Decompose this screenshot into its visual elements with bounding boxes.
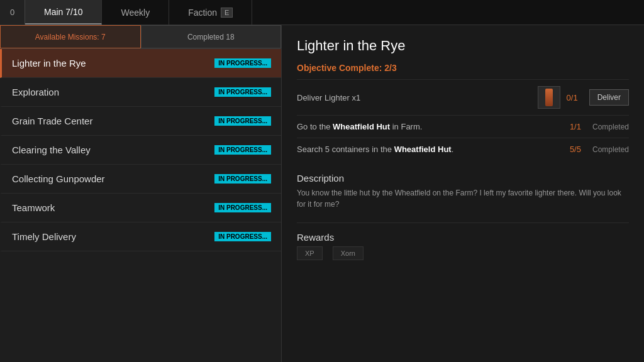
- mission-item[interactable]: Grain Trade Center In Progress...: [0, 107, 281, 136]
- obj2-before: Go to the: [297, 122, 333, 131]
- top-navigation: 0 Main 7/10 Weekly Faction E: [0, 0, 644, 25]
- objective-row: Deliver Lighter x1 0/1 Deliver: [297, 79, 629, 115]
- mission-name: Clearing the Valley: [12, 145, 91, 155]
- mission-item[interactable]: Teamwork In Progress...: [0, 194, 281, 222]
- mission-status-badge: In Progress...: [214, 174, 271, 184]
- description-section: Description You know the little hut by t…: [297, 173, 629, 210]
- mission-status-badge: In Progress...: [214, 58, 271, 68]
- mission-list: Lighter in the Rye In Progress... Explor…: [0, 49, 281, 362]
- filter-completed[interactable]: Completed 18: [141, 25, 282, 48]
- quest-title: Lighter in the Rye: [297, 38, 629, 54]
- mission-name: Teamwork: [12, 202, 55, 213]
- mission-item[interactable]: Clearing the Valley In Progress...: [0, 136, 281, 165]
- rewards-label: Rewards: [297, 232, 629, 243]
- main-layout: Available Missions: 7 Completed 18 Light…: [0, 25, 644, 362]
- item-icon: [538, 86, 560, 109]
- left-panel: Available Missions: 7 Completed 18 Light…: [0, 25, 282, 362]
- description-text: You know the little hut by the Wheatfiel…: [297, 187, 629, 210]
- mission-name: Collecting Gunpowder: [12, 173, 105, 184]
- objective-status: Completed: [592, 123, 629, 131]
- filter-completed-label: Completed 18: [187, 33, 235, 41]
- mission-item[interactable]: Collecting Gunpowder In Progress...: [0, 165, 281, 194]
- objective-progress: 1/1: [570, 122, 581, 131]
- mission-status-badge: In Progress...: [214, 87, 271, 97]
- deliver-button[interactable]: Deliver: [589, 89, 629, 106]
- obj3-bold: Wheatfield Hut: [394, 145, 452, 154]
- obj2-bold: Wheatfield Hut: [333, 122, 390, 131]
- mission-status-badge: In Progress...: [214, 116, 271, 126]
- filter-available[interactable]: Available Missions: 7: [0, 25, 141, 48]
- objective-progress: 0/1: [567, 93, 578, 102]
- mission-status-badge: In Progress...: [214, 203, 271, 212]
- faction-badge: E: [221, 8, 233, 18]
- objective-progress: 5/5: [570, 145, 581, 154]
- tab-faction-label: Faction: [188, 8, 217, 18]
- filter-available-label: Available Missions: 7: [35, 33, 106, 41]
- obj3-before: Search 5 containers in the: [297, 145, 394, 154]
- reward-xp: XP: [297, 246, 323, 260]
- objective-row: Search 5 containers in the Wheatfield Hu…: [297, 138, 629, 160]
- obj2-after: in Farm.: [390, 122, 422, 131]
- rewards-section: Rewards XP Xorn: [297, 222, 629, 260]
- objectives-progress: 2/3: [384, 63, 396, 73]
- objectives-section: Objective Complete: 2/3 Deliver Lighter …: [297, 63, 629, 160]
- mission-item[interactable]: Lighter in the Rye In Progress...: [0, 49, 281, 78]
- objective-row: Go to the Wheatfield Hut in Farm. 1/1 Co…: [297, 115, 629, 138]
- mission-item[interactable]: Timely Delivery In Progress...: [0, 222, 281, 251]
- nav-counter: 0: [0, 0, 25, 25]
- objective-status: Completed: [592, 145, 629, 154]
- mission-name: Grain Trade Center: [12, 116, 92, 126]
- objective-text: Deliver Lighter x1: [297, 93, 531, 102]
- mission-filter: Available Missions: 7 Completed 18: [0, 25, 281, 49]
- mission-status-badge: In Progress...: [214, 145, 271, 155]
- tab-main[interactable]: Main 7/10: [25, 0, 102, 25]
- mission-status-badge: In Progress...: [214, 232, 271, 241]
- rewards-row: XP Xorn: [297, 246, 629, 260]
- mission-name: Exploration: [12, 87, 59, 97]
- tab-weekly-label: Weekly: [121, 8, 150, 18]
- objective-text: Search 5 containers in the Wheatfield Hu…: [297, 145, 564, 154]
- mission-name: Lighter in the Rye: [12, 58, 86, 69]
- tab-weekly[interactable]: Weekly: [102, 0, 169, 25]
- lighter-graphic: [545, 89, 553, 106]
- mission-item[interactable]: Exploration In Progress...: [0, 78, 281, 107]
- tab-main-label: Main 7/10: [44, 7, 82, 17]
- obj3-after: .: [452, 145, 454, 154]
- objective-text: Go to the Wheatfield Hut in Farm.: [297, 122, 564, 131]
- reward-xorn: Xorn: [333, 246, 364, 260]
- right-panel: Lighter in the Rye Objective Complete: 2…: [282, 25, 644, 362]
- mission-name: Timely Delivery: [12, 231, 76, 242]
- objectives-header: Objective Complete: 2/3: [297, 63, 629, 73]
- description-label: Description: [297, 173, 629, 184]
- objectives-header-text: Objective Complete:: [297, 63, 384, 73]
- tab-faction[interactable]: Faction E: [169, 0, 252, 25]
